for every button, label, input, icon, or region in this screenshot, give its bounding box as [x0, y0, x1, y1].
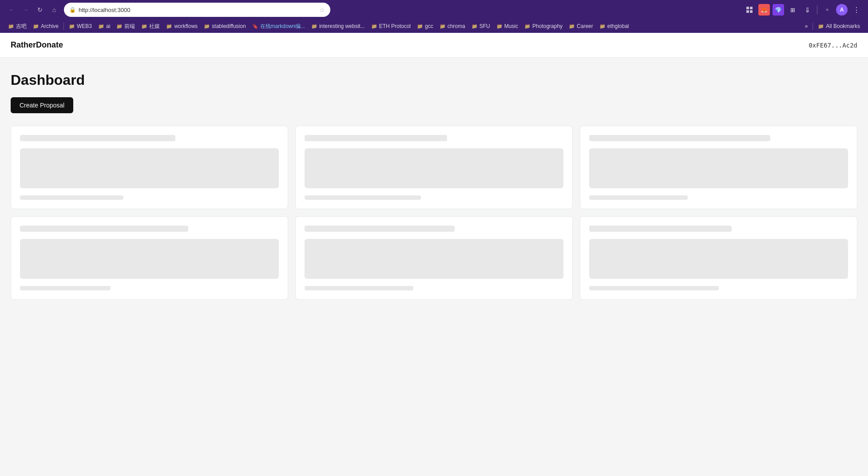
- folder-icon: 📁: [569, 24, 575, 29]
- bookmark-career[interactable]: 📁 Career: [566, 22, 596, 30]
- folder-icon: 📁: [524, 24, 531, 29]
- folder-icon: 📁: [371, 24, 377, 29]
- folder-icon: 📁: [311, 24, 317, 29]
- page-title: Dashboard: [11, 72, 857, 88]
- back-button[interactable]: ←: [5, 4, 18, 16]
- nav-buttons: ← → ↻ ⌂: [5, 4, 60, 16]
- bookmark-frontend[interactable]: 📁 前端: [114, 22, 138, 31]
- svg-rect-1: [750, 7, 753, 9]
- extension-icon-2[interactable]: 💎: [773, 4, 784, 16]
- app-logo: RatherDonate: [11, 40, 63, 50]
- address-bar-input[interactable]: [79, 7, 317, 13]
- skeleton-text: [20, 286, 111, 290]
- bookmark-sfu[interactable]: 📁 SFU: [469, 22, 493, 30]
- bookmark-photography[interactable]: 📁 Photography: [522, 22, 565, 30]
- bookmark-ai[interactable]: 📁 ai: [95, 22, 113, 30]
- proposal-card: [295, 126, 573, 209]
- app-header: RatherDonate 0xFE67...Ac2d: [0, 33, 868, 58]
- proposal-card: [295, 216, 573, 300]
- svg-rect-2: [746, 10, 749, 13]
- skeleton-text: [589, 195, 688, 200]
- folder-icon: 📁: [440, 24, 446, 29]
- browser-toolbar: ← → ↻ ⌂ 🔒 ☆ 🦊 💎 ⊞ ⇓ ▫: [0, 0, 868, 20]
- toolbar-right: 🦊 💎 ⊞ ⇓ ▫ A ⋮: [743, 4, 863, 16]
- skeleton-text: [20, 195, 123, 200]
- folder-icon: 📁: [166, 24, 172, 29]
- skeleton-title: [589, 226, 732, 232]
- all-bookmarks-link[interactable]: 📁 All Bookmarks: [815, 22, 863, 30]
- skeleton-image: [305, 239, 563, 279]
- skeleton-text: [305, 286, 413, 290]
- bookmark-more-container: » 📁 All Bookmarks: [802, 22, 863, 30]
- bookmark-gcc[interactable]: 📁 gcc: [414, 22, 436, 30]
- cards-grid: [11, 126, 857, 300]
- wallet-address: 0xFE67...Ac2d: [809, 42, 857, 49]
- bookmark-eth-protocol[interactable]: 📁 ETH Protocol: [369, 22, 413, 30]
- page-icon: 🔖: [252, 24, 258, 29]
- bookmark-stablediffusion[interactable]: 📁 stablediffusion: [201, 22, 249, 30]
- folder-icon: 📁: [599, 24, 606, 29]
- user-avatar[interactable]: A: [836, 4, 848, 16]
- bookmark-interesting[interactable]: 📁 interesting websit...: [309, 22, 368, 30]
- bookmark-social[interactable]: 📁 社媒: [139, 22, 163, 31]
- bookmark-ethglobal[interactable]: 📁 ethglobal: [597, 22, 632, 30]
- folder-icon: 📁: [204, 24, 210, 29]
- bookmark-separator: [63, 23, 64, 30]
- skeleton-image: [20, 239, 279, 279]
- refresh-button[interactable]: ↻: [34, 4, 46, 16]
- bookmark-more-button[interactable]: »: [802, 22, 811, 30]
- browser-chrome: ← → ↻ ⌂ 🔒 ☆ 🦊 💎 ⊞ ⇓ ▫: [0, 0, 868, 33]
- skeleton-title: [20, 135, 175, 141]
- folder-icon: 📁: [69, 24, 75, 29]
- forward-button[interactable]: →: [20, 4, 32, 16]
- lock-icon: 🔒: [69, 7, 76, 13]
- svg-rect-0: [746, 7, 749, 9]
- folder-icon: 📁: [116, 24, 123, 29]
- create-proposal-button[interactable]: Create Proposal: [11, 97, 73, 113]
- menu-button[interactable]: ⋮: [850, 4, 863, 16]
- folder-icon: 📁: [472, 24, 478, 29]
- proposal-card: [11, 126, 288, 209]
- cast-button[interactable]: ▫: [821, 4, 833, 16]
- skeleton-text: [305, 195, 421, 200]
- bookmarks-folder-icon: 📁: [818, 24, 824, 29]
- skeleton-text: [589, 286, 719, 290]
- skeleton-image: [305, 148, 563, 188]
- folder-icon: 📁: [417, 24, 423, 29]
- proposal-card: [580, 126, 857, 209]
- bookmark-separator-2: [813, 23, 813, 30]
- bookmark-web3[interactable]: 📁 WEB3: [66, 22, 95, 30]
- proposal-card: [580, 216, 857, 300]
- bookmark-archive[interactable]: 📁 Archive: [30, 22, 61, 30]
- folder-icon: 📁: [8, 24, 14, 29]
- folder-icon: 📁: [496, 24, 503, 29]
- folder-icon: 📁: [141, 24, 147, 29]
- bookmark-chroma[interactable]: 📁 chroma: [437, 22, 468, 30]
- skeleton-title: [305, 226, 455, 232]
- skeleton-title: [305, 135, 447, 141]
- home-button[interactable]: ⌂: [48, 4, 60, 16]
- bookmark-music[interactable]: 📁 Music: [494, 22, 521, 30]
- bookmark-markdown[interactable]: 🔖 在线markdown编...: [250, 22, 308, 31]
- app-container: RatherDonate 0xFE67...Ac2d Dashboard Cre…: [0, 33, 868, 476]
- skeleton-image: [589, 148, 848, 188]
- main-content: Dashboard Create Proposal: [0, 58, 868, 476]
- address-bar-container[interactable]: 🔒 ☆: [64, 3, 330, 17]
- extensions-button[interactable]: [743, 4, 756, 16]
- svg-rect-3: [750, 10, 753, 13]
- skeleton-image: [20, 148, 279, 188]
- bookmarks-bar: 📁 吉吧 📁 Archive 📁 WEB3 📁 ai 📁 前端 📁 社媒 📁 w…: [0, 20, 868, 33]
- bookmark-jiba[interactable]: 📁 吉吧: [5, 22, 29, 31]
- extension-icon-1[interactable]: 🦊: [758, 4, 770, 16]
- skeleton-title: [20, 226, 188, 232]
- folder-icon: 📁: [33, 24, 39, 29]
- extension-icon-3[interactable]: ⊞: [787, 4, 798, 16]
- download-button[interactable]: ⇓: [801, 4, 813, 16]
- bookmark-workflows[interactable]: 📁 workflows: [163, 22, 200, 30]
- bookmark-star-icon[interactable]: ☆: [319, 6, 325, 13]
- folder-icon: 📁: [98, 24, 104, 29]
- skeleton-image: [589, 239, 848, 279]
- toolbar-divider: [817, 5, 817, 14]
- proposal-card: [11, 216, 288, 300]
- skeleton-title: [589, 135, 770, 141]
